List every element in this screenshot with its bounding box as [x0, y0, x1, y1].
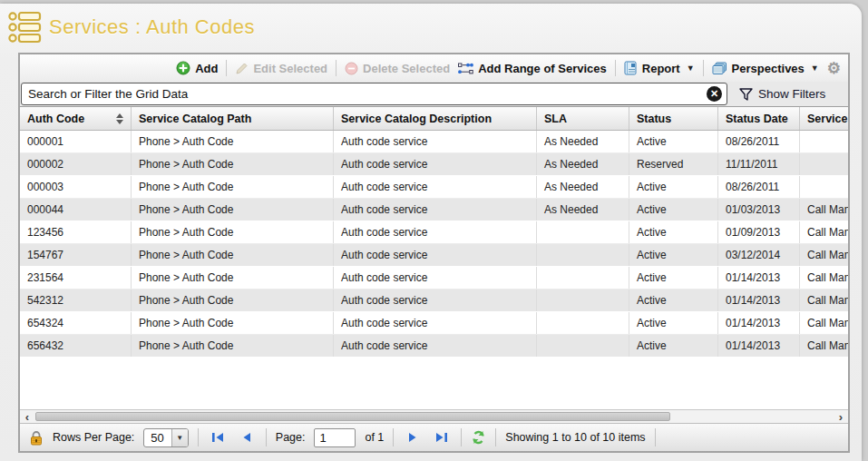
grid-cell: Active — [629, 335, 718, 357]
scroll-right-icon[interactable]: › — [834, 410, 848, 424]
grid-cell: 000001 — [20, 131, 132, 152]
grid-cell: Active — [629, 289, 718, 311]
page-number-input[interactable] — [314, 428, 356, 447]
grid-cell: 01/14/2013 — [718, 335, 800, 357]
table-row[interactable]: 000044Phone > Auth CodeAuth code service… — [20, 199, 848, 221]
filter-funnel-icon — [739, 88, 753, 101]
data-grid: Auth Code Service Catalog Path Service C… — [20, 107, 848, 451]
add-button[interactable]: Add — [176, 61, 218, 75]
add-plus-icon — [176, 61, 190, 75]
show-filters-button[interactable]: Show Filters — [728, 82, 848, 106]
grid-cell: 08/26/2011 — [718, 131, 800, 152]
grid-cell: Active — [629, 199, 718, 221]
grid-cell: Phone > Auth Code — [132, 244, 334, 266]
grid-cell — [800, 153, 848, 175]
column-header-status[interactable]: Status — [629, 107, 718, 130]
horizontal-scrollbar[interactable]: ‹ › — [20, 409, 848, 423]
add-range-of-services-button[interactable]: Add Range of Services — [458, 62, 607, 75]
grid-cell: 08/26/2011 — [718, 176, 800, 198]
column-header-sla[interactable]: SLA — [537, 107, 629, 130]
app-window: Services : Auth Codes Add Edit Selected — [0, 4, 862, 461]
grid-cell: Phone > Auth Code — [132, 221, 334, 243]
table-row[interactable]: 656432Phone > Auth CodeAuth code service… — [20, 335, 848, 358]
scroll-left-icon[interactable]: ‹ — [20, 410, 34, 424]
perspectives-button[interactable]: Perspectives ▼ — [712, 62, 819, 75]
pencil-icon — [235, 62, 249, 75]
grid-cell: Phone > Auth Code — [132, 289, 334, 311]
delete-minus-icon — [345, 62, 358, 75]
grid-cell: Phone > Auth Code — [132, 176, 334, 198]
grid-cell: Active — [629, 244, 718, 266]
grid-cell: Auth code service — [334, 153, 537, 175]
grid-cell: 01/14/2013 — [718, 267, 800, 289]
table-row[interactable]: 542312Phone > Auth CodeAuth code service… — [20, 289, 848, 312]
column-header-service-h[interactable]: Service H — [800, 107, 848, 130]
grid-cell: Call Manag — [800, 289, 848, 311]
grid-cell: 01/03/2013 — [718, 199, 800, 221]
table-row[interactable]: 654324Phone > Auth CodeAuth code service… — [20, 312, 848, 335]
column-header-service-catalog-path[interactable]: Service Catalog Path — [132, 107, 334, 130]
last-page-button[interactable] — [432, 428, 452, 446]
grid-cell: Active — [629, 131, 718, 152]
next-page-icon — [408, 432, 418, 443]
grid-cell — [537, 312, 629, 334]
range-icon — [458, 63, 473, 74]
table-row[interactable]: 000001Phone > Auth CodeAuth code service… — [20, 131, 848, 153]
grid-cell: Call Manag — [800, 312, 848, 334]
column-header-status-date[interactable]: Status Date — [718, 107, 800, 130]
grid-cell: Auth code service — [334, 221, 537, 243]
grid-cell: Call Manag — [800, 244, 848, 266]
table-row[interactable]: 000003Phone > Auth CodeAuth code service… — [20, 176, 848, 199]
rows-per-page-select[interactable]: 50 ▼ — [143, 428, 188, 447]
grid-cell: Auth code service — [334, 312, 537, 334]
grid-cell: Phone > Auth Code — [132, 335, 334, 357]
previous-page-button[interactable] — [237, 428, 257, 446]
search-box: ✕ — [21, 83, 727, 105]
footer-divider — [198, 428, 199, 446]
column-header-service-catalog-description[interactable]: Service Catalog Description — [334, 107, 537, 130]
delete-selected-button[interactable]: Delete Selected — [345, 62, 450, 75]
toolbar-divider — [615, 60, 616, 76]
report-button[interactable]: Report ▼ — [624, 61, 695, 75]
grid-cell: 01/14/2013 — [718, 289, 800, 311]
search-row: ✕ Show Filters — [20, 82, 848, 107]
grid-cell: Phone > Auth Code — [132, 312, 334, 334]
footer-divider — [495, 428, 496, 446]
table-row[interactable]: 123456Phone > Auth CodeAuth code service… — [20, 221, 848, 244]
grid-cell: Auth code service — [334, 176, 537, 198]
column-header-auth-code[interactable]: Auth Code — [20, 107, 132, 130]
next-page-button[interactable] — [403, 428, 423, 446]
grid-cell: Active — [629, 221, 718, 243]
perspectives-caret-icon: ▼ — [811, 64, 819, 73]
scrollbar-thumb[interactable] — [35, 412, 670, 421]
footer-divider — [655, 428, 656, 446]
clear-search-icon[interactable]: ✕ — [707, 86, 722, 102]
grid-cell: 01/09/2013 — [718, 221, 800, 243]
last-page-icon — [435, 432, 448, 443]
window-header: Services : Auth Codes — [0, 4, 862, 51]
lock-icon[interactable] — [29, 430, 44, 446]
page-label: Page: — [276, 431, 306, 444]
footer-divider — [393, 428, 394, 446]
table-row[interactable]: 154767Phone > Auth CodeAuth code service… — [20, 244, 848, 267]
table-row[interactable]: 000002Phone > Auth CodeAuth code service… — [20, 153, 848, 176]
grid-cell: Auth code service — [334, 289, 537, 311]
table-row[interactable]: 231564Phone > Auth CodeAuth code service… — [20, 267, 848, 289]
search-input[interactable] — [22, 87, 727, 101]
grid-cell: 000003 — [20, 176, 132, 198]
toolbar-divider — [226, 60, 227, 76]
toolbar-divider — [703, 60, 704, 76]
grid-cell: Active — [629, 176, 718, 198]
grid-cell — [537, 267, 629, 289]
first-page-button[interactable] — [208, 428, 228, 446]
grid-cell: Phone > Auth Code — [132, 267, 334, 289]
edit-selected-button[interactable]: Edit Selected — [235, 62, 327, 75]
gear-icon[interactable]: ⚙ — [827, 61, 841, 76]
grid-cell: Call Manag — [800, 335, 848, 357]
refresh-button[interactable] — [471, 430, 486, 445]
grid-cell: 000002 — [20, 153, 132, 175]
rows-per-page-label: Rows Per Page: — [53, 431, 134, 444]
grid-cell: Auth code service — [334, 267, 537, 289]
report-icon — [624, 61, 638, 75]
grid-cell: 231564 — [20, 267, 132, 289]
